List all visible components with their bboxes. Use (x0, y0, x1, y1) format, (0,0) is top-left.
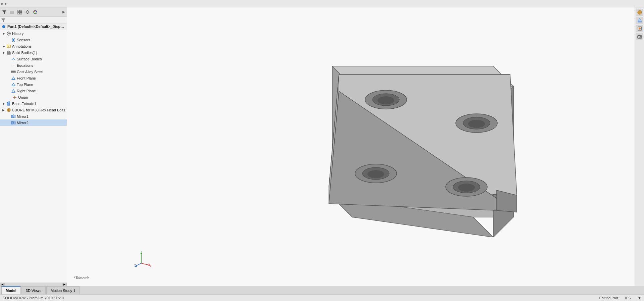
filter-btn[interactable] (1, 8, 8, 16)
svg-point-68 (458, 184, 475, 192)
tree-label-origin: Origin (18, 95, 28, 99)
tree-label-right-plane: Right Plane (17, 89, 36, 93)
appearance-btn[interactable] (636, 9, 643, 16)
palette-icon (33, 10, 38, 14)
bottom-area: Model 3D Views Motion Study 1 SOLIDWORKS… (0, 286, 644, 301)
appearance-icon (637, 10, 642, 15)
grid-icon (17, 10, 22, 14)
equation-icon: = (11, 63, 16, 68)
svg-rect-26 (11, 71, 15, 72)
svg-rect-2 (10, 12, 14, 12)
units-display: IPS (625, 296, 631, 300)
tab-model-label: Model (6, 289, 16, 293)
tree-item-history[interactable]: ▶ History (0, 30, 67, 37)
hole-top-left (365, 90, 407, 109)
tree-item-top-plane[interactable]: Top Plane (0, 81, 67, 88)
decal-btn[interactable] (636, 25, 643, 32)
scroll-right-btn[interactable]: ▶ (62, 283, 67, 286)
svg-marker-24 (7, 51, 10, 52)
scroll-left-btn[interactable]: ◀ (0, 283, 5, 286)
feature-tree: ▶ History Sensors ▶ (0, 30, 67, 283)
list-btn[interactable] (8, 8, 16, 16)
svg-rect-40 (11, 115, 13, 118)
origin-icon (12, 95, 17, 100)
tree-item-front-plane[interactable]: Front Plane (0, 75, 67, 81)
tree-item-sensors[interactable]: Sensors (0, 37, 67, 43)
expand-history[interactable]: ▶ (1, 31, 6, 36)
svg-rect-3 (10, 13, 14, 13)
tree-label-equations: Equations (17, 63, 33, 67)
tree-item-cbore[interactable]: ▶ CBORE for M30 Hex Head Bolt1 (0, 107, 67, 113)
axis-indicator: Y X Z (134, 251, 151, 267)
svg-rect-44 (14, 121, 15, 124)
tab-motion-study[interactable]: Motion Study 1 (46, 286, 80, 294)
svg-marker-80 (638, 18, 642, 21)
crosshair-btn[interactable] (24, 8, 31, 16)
expand-annotations[interactable]: ▶ (1, 44, 6, 49)
expand-solid-bodies[interactable]: ▶ (1, 50, 6, 55)
svg-marker-32 (12, 90, 15, 92)
front-plane-icon (11, 76, 16, 81)
cbore-icon (6, 107, 11, 113)
hole-bottom-left (355, 164, 397, 183)
scene-btn[interactable] (636, 17, 643, 24)
svg-rect-41 (14, 115, 15, 118)
part-header: ⬟ Part1 (Default<<Default>_Display State (0, 23, 67, 30)
expand-cbore[interactable]: ▶ (1, 108, 6, 112)
svg-point-78 (638, 10, 642, 14)
svg-point-16 (35, 12, 36, 13)
annotation-icon (6, 44, 11, 49)
tree-label-boss-extrude1: Boss-Extrude1 (12, 102, 36, 106)
camera-icon (637, 34, 642, 39)
svg-point-82 (639, 28, 641, 30)
svg-text:=: = (12, 63, 14, 67)
svg-rect-79 (638, 21, 642, 22)
tree-item-annotations[interactable]: ▶ Annotations (0, 43, 67, 49)
panel-toolbar: ▶ (0, 7, 67, 17)
editing-mode: Editing Part (599, 296, 618, 300)
svg-rect-7 (20, 12, 22, 14)
units-dropdown-arrow[interactable]: ▼ (638, 296, 641, 300)
model-canvas: Y X Z *Trimetric (67, 7, 635, 286)
expand-sensors (6, 38, 11, 42)
tab-3d-views[interactable]: 3D Views (21, 286, 46, 294)
hole-top-right (456, 114, 497, 133)
tree-item-material[interactable]: Cast Alloy Steel (0, 68, 67, 75)
grid-btn[interactable] (16, 8, 23, 16)
top-plane-icon (11, 82, 16, 87)
horizontal-scrollbar[interactable]: ◀ ▶ (0, 283, 67, 286)
scroll-track[interactable] (5, 283, 62, 286)
svg-marker-0 (2, 10, 6, 14)
scene-icon (637, 18, 642, 23)
svg-rect-23 (7, 52, 10, 54)
right-plane-icon (11, 88, 16, 94)
svg-point-65 (367, 170, 384, 178)
tree-item-surface-bodies[interactable]: Surface Bodies (0, 56, 67, 62)
tree-item-right-plane[interactable]: Right Plane (0, 88, 67, 94)
mirror2-icon (11, 120, 16, 126)
search-icon (1, 18, 5, 22)
tree-item-origin[interactable]: Origin (0, 94, 67, 100)
svg-point-15 (36, 11, 37, 12)
svg-rect-4 (18, 10, 19, 12)
tree-item-mirror2[interactable]: Mirror2 (0, 119, 67, 126)
svg-rect-1 (10, 11, 14, 11)
svg-point-19 (12, 39, 14, 41)
tree-label-history: History (12, 32, 23, 36)
tree-item-boss-extrude1[interactable]: ▶ Boss-Extrude1 (0, 100, 67, 107)
history-icon (6, 31, 11, 36)
surface-body-icon (11, 56, 16, 62)
camera-btn[interactable] (636, 33, 643, 40)
status-right: Editing Part IPS ▼ (599, 296, 642, 300)
tab-motion-study-label: Motion Study 1 (51, 289, 75, 293)
tree-item-equations[interactable]: = Equations (0, 62, 67, 68)
tree-item-mirror1[interactable]: Mirror1 (0, 113, 67, 119)
tree-item-solid-bodies[interactable]: ▶ Solid Bodies(1) (0, 49, 67, 56)
palette-btn[interactable] (32, 8, 39, 16)
expand-boss-extrude[interactable]: ▶ (1, 101, 6, 106)
svg-text:X: X (150, 264, 151, 267)
svg-rect-36 (7, 103, 10, 105)
3d-viewport[interactable]: Y X Z *Trimetric (67, 7, 635, 286)
more-btn[interactable]: ▶ (61, 8, 66, 16)
tab-model[interactable]: Model (1, 286, 21, 294)
